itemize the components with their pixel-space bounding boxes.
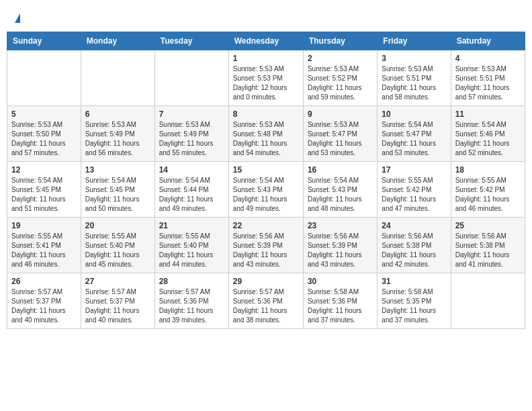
calendar-cell: 18Sunrise: 5:55 AM Sunset: 5:42 PM Dayli…: [451, 162, 525, 218]
calendar-header-saturday: Saturday: [451, 32, 525, 50]
day-info: Sunrise: 5:57 AM Sunset: 5:37 PM Dayligh…: [11, 287, 77, 325]
calendar-cell: 27Sunrise: 5:57 AM Sunset: 5:37 PM Dayli…: [81, 273, 154, 329]
day-number: 19: [11, 221, 77, 230]
calendar-cell: 13Sunrise: 5:54 AM Sunset: 5:45 PM Dayli…: [81, 162, 154, 218]
day-number: 5: [11, 109, 77, 119]
calendar-cell: 11Sunrise: 5:54 AM Sunset: 5:46 PM Dayli…: [451, 106, 525, 162]
day-info: Sunrise: 5:53 AM Sunset: 5:51 PM Dayligh…: [455, 64, 521, 102]
calendar-header-friday: Friday: [378, 32, 451, 50]
logo-triangle-icon: [15, 13, 20, 23]
day-number: 21: [159, 221, 224, 230]
day-info: Sunrise: 5:55 AM Sunset: 5:42 PM Dayligh…: [382, 176, 446, 214]
calendar-cell: 3Sunrise: 5:53 AM Sunset: 5:51 PM Daylig…: [378, 50, 451, 106]
calendar-cell: [451, 273, 525, 329]
calendar-cell: 7Sunrise: 5:53 AM Sunset: 5:49 PM Daylig…: [154, 106, 228, 162]
calendar-cell: 19Sunrise: 5:55 AM Sunset: 5:41 PM Dayli…: [7, 218, 81, 273]
calendar-cell: 21Sunrise: 5:55 AM Sunset: 5:40 PM Dayli…: [154, 218, 228, 273]
calendar-cell: 20Sunrise: 5:55 AM Sunset: 5:40 PM Dayli…: [81, 218, 154, 273]
day-number: 2: [308, 54, 373, 63]
day-number: 29: [233, 277, 299, 286]
day-number: 18: [455, 165, 521, 175]
day-info: Sunrise: 5:55 AM Sunset: 5:40 PM Dayligh…: [85, 232, 150, 269]
calendar-cell: [81, 50, 154, 106]
page-header: [7, 7, 525, 26]
day-number: 3: [382, 54, 446, 63]
day-number: 23: [308, 221, 373, 230]
day-info: Sunrise: 5:53 AM Sunset: 5:49 PM Dayligh…: [159, 120, 224, 158]
calendar-header-sunday: Sunday: [7, 32, 81, 50]
day-info: Sunrise: 5:57 AM Sunset: 5:36 PM Dayligh…: [233, 287, 299, 325]
day-number: 11: [455, 109, 521, 119]
day-info: Sunrise: 5:58 AM Sunset: 5:36 PM Dayligh…: [308, 287, 373, 325]
day-number: 27: [85, 277, 150, 286]
calendar-cell: 8Sunrise: 5:53 AM Sunset: 5:48 PM Daylig…: [228, 106, 303, 162]
day-number: 30: [308, 277, 373, 286]
day-info: Sunrise: 5:55 AM Sunset: 5:41 PM Dayligh…: [11, 232, 77, 269]
calendar-cell: 10Sunrise: 5:54 AM Sunset: 5:47 PM Dayli…: [378, 106, 451, 162]
calendar-week-row: 26Sunrise: 5:57 AM Sunset: 5:37 PM Dayli…: [7, 273, 525, 329]
calendar-cell: 5Sunrise: 5:53 AM Sunset: 5:50 PM Daylig…: [7, 106, 81, 162]
day-number: 25: [455, 221, 521, 230]
day-number: 4: [455, 54, 521, 63]
calendar-table: SundayMondayTuesdayWednesdayThursdayFrid…: [7, 32, 525, 329]
day-info: Sunrise: 5:54 AM Sunset: 5:44 PM Dayligh…: [159, 176, 224, 214]
calendar-cell: 25Sunrise: 5:56 AM Sunset: 5:38 PM Dayli…: [451, 218, 525, 273]
calendar-cell: 4Sunrise: 5:53 AM Sunset: 5:51 PM Daylig…: [451, 50, 525, 106]
calendar-cell: 6Sunrise: 5:53 AM Sunset: 5:49 PM Daylig…: [81, 106, 154, 162]
day-number: 22: [233, 221, 299, 230]
day-number: 8: [233, 109, 299, 119]
day-number: 15: [233, 165, 299, 175]
day-info: Sunrise: 5:56 AM Sunset: 5:39 PM Dayligh…: [308, 232, 373, 269]
calendar-header-monday: Monday: [81, 32, 154, 50]
day-number: 31: [382, 277, 446, 286]
calendar-cell: 22Sunrise: 5:56 AM Sunset: 5:39 PM Dayli…: [228, 218, 303, 273]
day-info: Sunrise: 5:53 AM Sunset: 5:53 PM Dayligh…: [233, 64, 299, 102]
calendar-cell: [154, 50, 228, 106]
day-info: Sunrise: 5:55 AM Sunset: 5:42 PM Dayligh…: [455, 176, 521, 214]
calendar-cell: 2Sunrise: 5:53 AM Sunset: 5:52 PM Daylig…: [303, 50, 377, 106]
calendar-cell: 17Sunrise: 5:55 AM Sunset: 5:42 PM Dayli…: [378, 162, 451, 218]
calendar-cell: 16Sunrise: 5:54 AM Sunset: 5:43 PM Dayli…: [303, 162, 377, 218]
calendar-cell: 1Sunrise: 5:53 AM Sunset: 5:53 PM Daylig…: [228, 50, 303, 106]
calendar-cell: 24Sunrise: 5:56 AM Sunset: 5:38 PM Dayli…: [378, 218, 451, 273]
day-number: 16: [308, 165, 373, 175]
calendar-cell: 9Sunrise: 5:53 AM Sunset: 5:47 PM Daylig…: [303, 106, 377, 162]
day-info: Sunrise: 5:57 AM Sunset: 5:36 PM Dayligh…: [159, 287, 224, 325]
day-info: Sunrise: 5:55 AM Sunset: 5:40 PM Dayligh…: [159, 232, 224, 269]
day-info: Sunrise: 5:58 AM Sunset: 5:35 PM Dayligh…: [382, 287, 446, 325]
calendar-header-thursday: Thursday: [303, 32, 377, 50]
calendar-cell: 29Sunrise: 5:57 AM Sunset: 5:36 PM Dayli…: [228, 273, 303, 329]
day-number: 13: [85, 165, 150, 175]
calendar-header-wednesday: Wednesday: [228, 32, 303, 50]
calendar-cell: 23Sunrise: 5:56 AM Sunset: 5:39 PM Dayli…: [303, 218, 377, 273]
day-number: 14: [159, 165, 224, 175]
day-number: 7: [159, 109, 224, 119]
calendar-header-row: SundayMondayTuesdayWednesdayThursdayFrid…: [7, 32, 525, 50]
day-number: 28: [159, 277, 224, 286]
calendar-cell: 31Sunrise: 5:58 AM Sunset: 5:35 PM Dayli…: [378, 273, 451, 329]
day-number: 17: [382, 165, 446, 175]
calendar-week-row: 5Sunrise: 5:53 AM Sunset: 5:50 PM Daylig…: [7, 106, 525, 162]
logo: [13, 13, 20, 23]
day-number: 10: [382, 109, 446, 119]
day-info: Sunrise: 5:54 AM Sunset: 5:45 PM Dayligh…: [85, 176, 150, 214]
day-info: Sunrise: 5:56 AM Sunset: 5:38 PM Dayligh…: [455, 232, 521, 269]
calendar-cell: 15Sunrise: 5:54 AM Sunset: 5:43 PM Dayli…: [228, 162, 303, 218]
day-number: 20: [85, 221, 150, 230]
calendar-cell: 30Sunrise: 5:58 AM Sunset: 5:36 PM Dayli…: [303, 273, 377, 329]
day-info: Sunrise: 5:53 AM Sunset: 5:52 PM Dayligh…: [308, 64, 373, 102]
day-info: Sunrise: 5:53 AM Sunset: 5:49 PM Dayligh…: [85, 120, 150, 158]
calendar-cell: 14Sunrise: 5:54 AM Sunset: 5:44 PM Dayli…: [154, 162, 228, 218]
day-info: Sunrise: 5:53 AM Sunset: 5:51 PM Dayligh…: [382, 64, 446, 102]
day-info: Sunrise: 5:57 AM Sunset: 5:37 PM Dayligh…: [85, 287, 150, 325]
day-info: Sunrise: 5:53 AM Sunset: 5:48 PM Dayligh…: [233, 120, 299, 158]
calendar-week-row: 12Sunrise: 5:54 AM Sunset: 5:45 PM Dayli…: [7, 162, 525, 218]
calendar-header-tuesday: Tuesday: [154, 32, 228, 50]
day-number: 6: [85, 109, 150, 119]
day-number: 9: [308, 109, 373, 119]
day-info: Sunrise: 5:54 AM Sunset: 5:45 PM Dayligh…: [11, 176, 77, 214]
calendar-cell: 12Sunrise: 5:54 AM Sunset: 5:45 PM Dayli…: [7, 162, 81, 218]
day-number: 24: [382, 221, 446, 230]
day-number: 26: [11, 277, 77, 286]
day-info: Sunrise: 5:53 AM Sunset: 5:50 PM Dayligh…: [11, 120, 77, 158]
